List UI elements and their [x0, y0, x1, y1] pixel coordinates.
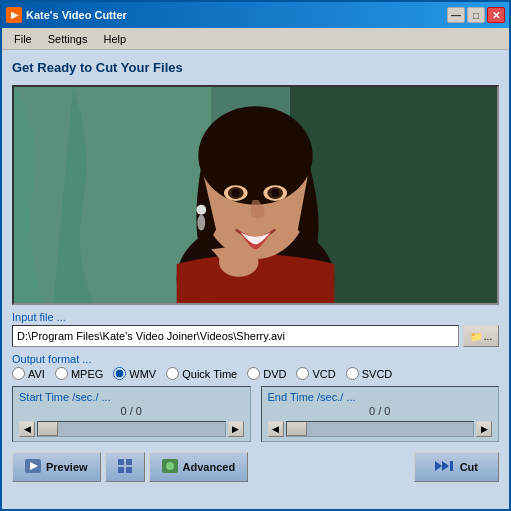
- format-dvd[interactable]: DVD: [247, 367, 286, 380]
- svg-rect-21: [118, 467, 124, 473]
- browse-button[interactable]: 📁 ...: [463, 325, 499, 347]
- end-time-thumb[interactable]: [287, 422, 307, 436]
- start-time-section: Start Time /sec./ ... 0 / 0 ◀ ▶: [12, 386, 251, 442]
- format-svcd[interactable]: SVCD: [346, 367, 393, 380]
- left-buttons: Preview: [12, 452, 248, 482]
- output-format-section: Output format ... AVI MPEG WMV Quick Tim…: [12, 353, 499, 380]
- start-time-label: Start Time /sec./ ...: [19, 391, 244, 403]
- end-time-track[interactable]: [286, 421, 475, 437]
- grid-button[interactable]: [105, 452, 145, 482]
- cut-fast-forward-icon: [435, 459, 455, 475]
- start-time-right-arrow[interactable]: ▶: [228, 421, 244, 437]
- app-icon: ▶: [6, 7, 22, 23]
- svg-marker-26: [442, 461, 449, 471]
- input-file-label: Input file ...: [12, 311, 499, 323]
- cut-button[interactable]: Cut: [414, 452, 499, 482]
- title-bar: ▶ Kate's Video Cutter — □ ✕: [2, 2, 509, 28]
- start-time-scrollbar: ◀ ▶: [19, 421, 244, 437]
- menu-settings[interactable]: Settings: [40, 31, 96, 47]
- end-time-label: End Time /sec./ ...: [268, 391, 493, 403]
- svg-point-12: [232, 189, 240, 197]
- radio-quicktime[interactable]: [166, 367, 179, 380]
- input-file-row: 📁 ...: [12, 325, 499, 347]
- start-time-track[interactable]: [37, 421, 226, 437]
- menu-bar: File Settings Help: [2, 28, 509, 50]
- grid-icon: [118, 459, 132, 475]
- end-time-scrollbar: ◀ ▶: [268, 421, 493, 437]
- video-preview: [12, 85, 499, 305]
- close-button[interactable]: ✕: [487, 7, 505, 23]
- advanced-icon: [162, 459, 178, 475]
- preview-icon: [25, 459, 41, 475]
- input-file-field[interactable]: [12, 325, 459, 347]
- time-controls: Start Time /sec./ ... 0 / 0 ◀ ▶ End Time…: [12, 386, 499, 442]
- advanced-button[interactable]: Advanced: [149, 452, 249, 482]
- svg-rect-22: [126, 467, 132, 473]
- svg-point-14: [196, 205, 206, 215]
- format-vcd[interactable]: VCD: [296, 367, 335, 380]
- start-time-value: 0 / 0: [19, 405, 244, 417]
- radio-wmv[interactable]: [113, 367, 126, 380]
- start-time-thumb[interactable]: [38, 422, 58, 436]
- svg-marker-25: [435, 461, 442, 471]
- svg-point-13: [271, 189, 279, 197]
- input-file-section: Input file ... 📁 ...: [12, 311, 499, 347]
- radio-svcd[interactable]: [346, 367, 359, 380]
- format-wmv[interactable]: WMV: [113, 367, 156, 380]
- format-radio-group: AVI MPEG WMV Quick Time DVD: [12, 367, 499, 380]
- svg-point-16: [219, 247, 258, 277]
- maximize-button[interactable]: □: [467, 7, 485, 23]
- radio-avi[interactable]: [12, 367, 25, 380]
- bottom-bar: Preview: [12, 452, 499, 482]
- menu-file[interactable]: File: [6, 31, 40, 47]
- end-time-value: 0 / 0: [268, 405, 493, 417]
- main-content: Get Ready to Cut Your Files: [2, 50, 509, 509]
- minimize-button[interactable]: —: [447, 7, 465, 23]
- start-time-left-arrow[interactable]: ◀: [19, 421, 35, 437]
- format-mpeg[interactable]: MPEG: [55, 367, 103, 380]
- svg-point-15: [197, 215, 205, 231]
- preview-button[interactable]: Preview: [12, 452, 101, 482]
- end-time-section: End Time /sec./ ... 0 / 0 ◀ ▶: [261, 386, 500, 442]
- svg-rect-27: [450, 461, 453, 471]
- folder-icon: 📁: [470, 331, 482, 342]
- svg-rect-20: [126, 459, 132, 465]
- end-time-right-arrow[interactable]: ▶: [476, 421, 492, 437]
- main-window: ▶ Kate's Video Cutter — □ ✕ File Setting…: [0, 0, 511, 511]
- end-time-left-arrow[interactable]: ◀: [268, 421, 284, 437]
- window-controls: — □ ✕: [447, 7, 505, 23]
- svg-point-24: [166, 462, 174, 470]
- format-quicktime[interactable]: Quick Time: [166, 367, 237, 380]
- svg-point-7: [198, 106, 312, 205]
- browse-ellipsis: ...: [484, 331, 492, 342]
- format-avi[interactable]: AVI: [12, 367, 45, 380]
- menu-help[interactable]: Help: [95, 31, 134, 47]
- radio-dvd[interactable]: [247, 367, 260, 380]
- svg-rect-19: [118, 459, 124, 465]
- page-title: Get Ready to Cut Your Files: [12, 60, 499, 75]
- radio-mpeg[interactable]: [55, 367, 68, 380]
- output-format-label: Output format ...: [12, 353, 499, 365]
- window-title: Kate's Video Cutter: [26, 9, 447, 21]
- radio-vcd[interactable]: [296, 367, 309, 380]
- video-thumbnail: [14, 87, 497, 303]
